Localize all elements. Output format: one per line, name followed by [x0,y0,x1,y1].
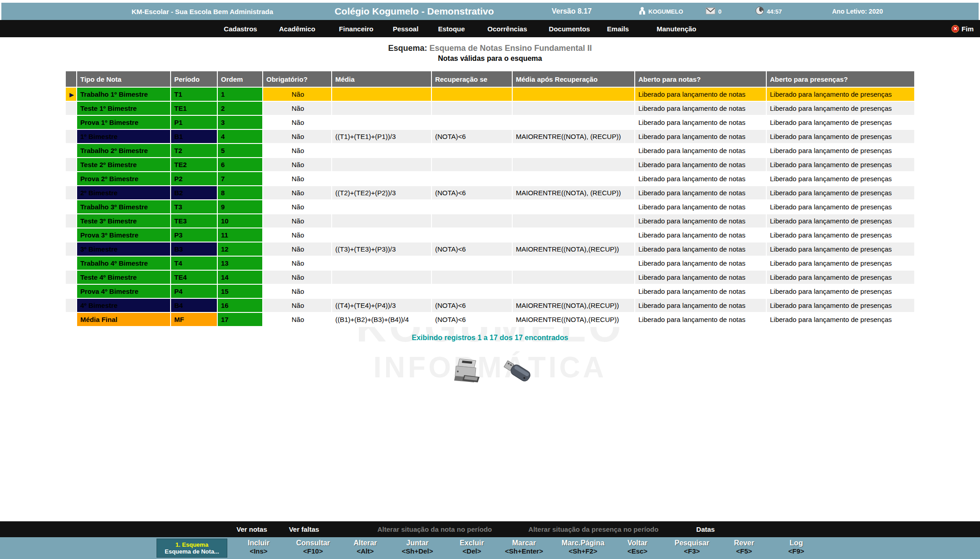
cell-media: ((T2)+(TE2)+(P2))/3 [332,186,431,200]
row-marker-cell: ▶ [65,87,77,101]
user-info[interactable]: KOGUMELO [639,3,683,20]
column-header: Média após Recuperação [512,71,635,87]
cell-recuperacao-se: (NOTA)<6 [431,242,512,256]
row-marker-cell [65,143,77,158]
menu-item-cadastros[interactable]: Cadastros [224,20,257,37]
cell-tipo-de-nota: Prova 3º Bimestre [77,228,171,242]
table-row[interactable]: Prova 4º BimestreP415NãoLiberado para la… [65,284,915,298]
rever-button[interactable]: Rever<F5> [734,539,754,555]
pesquisar-button[interactable]: Pesquisar<F3> [675,539,709,555]
menu-item-financeiro[interactable]: Financeiro [339,20,373,37]
cell-periodo: P1 [171,115,217,129]
log-button[interactable]: Log<F9> [788,539,804,555]
cell-ordem: 8 [217,186,263,200]
mail-indicator[interactable]: 0 [706,3,721,20]
consultar-button[interactable]: Consultar<F10> [296,539,330,555]
menu-item-documentos[interactable]: Documentos [549,20,590,37]
row-marker-cell [65,228,77,242]
cell-media-apos-recuperacao [512,87,635,101]
cell-periodo: TE3 [171,214,217,228]
cell-media-apos-recuperacao: MAIORENTRE((NOTA),(RECUP)) [512,312,635,326]
cell-tipo-de-nota: 2º Bimestre [77,186,171,200]
menu-item-pessoal[interactable]: Pessoal [393,20,419,37]
alterar-button[interactable]: Alterar<Alt> [353,539,377,555]
table-row[interactable]: Teste 2º BimestreTE26NãoLiberado para la… [65,158,915,172]
cell-media [332,284,431,298]
cell-ordem: 17 [217,312,263,326]
table-row[interactable]: Trabalho 4º BimestreT413NãoLiberado para… [65,256,915,270]
menu-item-academico[interactable]: Acadêmico [279,20,315,37]
cell-recuperacao-se: (NOTA)<6 [431,298,512,312]
cell-ordem: 1 [217,87,263,101]
excluir-button[interactable]: Excluir<Del> [460,539,484,555]
marcar-button[interactable]: Marcar<Sh+Enter> [505,539,543,555]
menu-item-ocorrencias[interactable]: Ocorrências [487,20,527,37]
table-row[interactable]: 4º BimestreB416Não((T4)+(TE4)+(P4))/3(NO… [65,298,915,312]
table-row[interactable]: 1º BimestreB14Não((T1)+(TE1)+(P1))/3(NOT… [65,129,915,143]
record-actions-bar: Ver notasVer faltasAlterar situação da n… [0,521,980,537]
cell-aberto-para-presencas: Liberado para lançamento de presenças [766,214,915,228]
cell-aberto-para-notas: Liberado para lançamento de notas [635,200,766,214]
incluir-button[interactable]: Incluir<Ins> [248,539,270,555]
cell-recuperacao-se [431,256,512,270]
menu-item-emails[interactable]: Emails [607,20,629,37]
menu-item-estoque[interactable]: Estoque [438,20,465,37]
row-marker-cell [65,256,77,270]
row-marker-cell [65,214,77,228]
cell-aberto-para-notas: Liberado para lançamento de notas [635,129,766,143]
table-row[interactable]: ▶Trabalho 1º BimestreT11NãoLiberado para… [65,87,915,101]
active-screen-tab[interactable]: 1. Esquema Esquema de Nota... [157,539,227,558]
cell-media [332,172,431,186]
cell-ordem: 13 [217,256,263,270]
cell-tipo-de-nota: Prova 4º Bimestre [77,284,171,298]
button-shortcut: <Ins> [248,547,270,555]
table-row[interactable]: Teste 1º BimestreTE12NãoLiberado para la… [65,101,915,115]
action-datas[interactable]: Datas [696,521,715,537]
table-row[interactable]: Teste 3º BimestreTE310NãoLiberado para l… [65,214,915,228]
action-ver-faltas[interactable]: Ver faltas [289,521,319,537]
table-row[interactable]: Prova 2º BimestreP27NãoLiberado para lan… [65,172,915,186]
table-row[interactable]: Média FinalMF17Não((B1)+(B2)+(B3)+(B4))/… [65,312,915,326]
cell-obrigatorio: Não [263,312,332,326]
voltar-button[interactable]: Voltar<Esc> [627,539,647,555]
cell-media-apos-recuperacao: MAIORENTRE((NOTA),(RECUP)) [512,298,635,312]
usb-drive-icon[interactable] [501,359,538,389]
row-marker-cell [65,129,77,143]
table-row[interactable]: Prova 1º BimestreP13NãoLiberado para lan… [65,115,915,129]
row-marker-cell [65,284,77,298]
exit-button[interactable]: ✕ Fim [951,20,974,37]
tab-number: 1. Esquema [176,541,208,548]
column-header: Período [171,71,217,87]
cell-periodo: TE1 [171,101,217,115]
cell-tipo-de-nota: Trabalho 1º Bimestre [77,87,171,101]
cell-media-apos-recuperacao [512,172,635,186]
table-row[interactable]: Teste 4º BimestreTE414NãoLiberado para l… [65,270,915,284]
cell-aberto-para-presencas: Liberado para lançamento de presenças [766,228,915,242]
cell-ordem: 5 [217,143,263,158]
grades-scheme-table: Tipo de NotaPeríodoOrdemObrigatório?Médi… [65,70,915,327]
function-toolbar: 1. Esquema Esquema de Nota... Incluir<In… [0,537,980,559]
cell-recuperacao-se [431,214,512,228]
selected-row-marker-icon: ▶ [69,91,74,98]
print-icon[interactable] [451,358,482,388]
cell-recuperacao-se: (NOTA)<6 [431,129,512,143]
cell-media [332,228,431,242]
cell-aberto-para-notas: Liberado para lançamento de notas [635,87,766,101]
cell-aberto-para-notas: Liberado para lançamento de notas [635,312,766,326]
cell-media [332,115,431,129]
cell-tipo-de-nota: Trabalho 2º Bimestre [77,143,171,158]
table-row[interactable]: Trabalho 3º BimestreT39NãoLiberado para … [65,200,915,214]
table-row[interactable]: 3º BimestreB312Não((T3)+(TE3)+(P3))/3(NO… [65,242,915,256]
marcpagina-button[interactable]: Marc.Página<Sh+F2> [562,539,604,555]
cell-recuperacao-se [431,158,512,172]
table-row[interactable]: Prova 3º BimestreP311NãoLiberado para la… [65,228,915,242]
button-label: Marcar [505,539,543,547]
table-row[interactable]: 2º BimestreB28Não((T2)+(TE2)+(P2))/3(NOT… [65,186,915,200]
cell-aberto-para-presencas: Liberado para lançamento de presenças [766,87,915,101]
app-tagline: KM-Escolar - Sua Escola Bem Administrada [132,3,273,20]
table-row[interactable]: Trabalho 2º BimestreT25NãoLiberado para … [65,143,915,158]
cell-ordem: 7 [217,172,263,186]
juntar-button[interactable]: Juntar<Sh+Del> [402,539,433,555]
menu-item-manutencao[interactable]: Manutenção [657,20,696,37]
action-ver-notas[interactable]: Ver notas [236,521,267,537]
